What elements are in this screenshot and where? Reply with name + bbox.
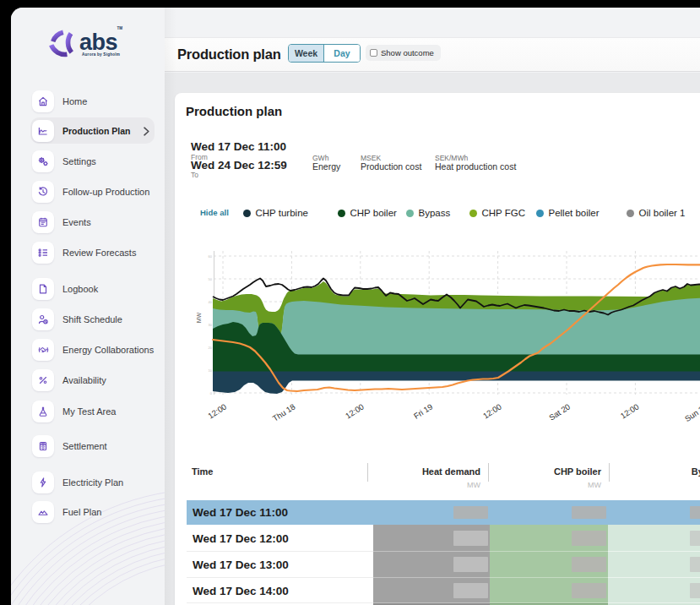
svg-text:Sun 21: Sun 21 <box>683 401 700 423</box>
svg-text:Aurora by Sigholm: Aurora by Sigholm <box>82 52 120 57</box>
svg-text:60: 60 <box>209 254 213 259</box>
svg-text:Sat 20: Sat 20 <box>547 401 572 422</box>
svg-text:50: 50 <box>209 277 213 281</box>
svg-text:10: 10 <box>209 368 213 373</box>
svg-text:Thu 18: Thu 18 <box>271 401 297 422</box>
svg-text:MW: MW <box>196 312 202 323</box>
svg-text:12:00: 12:00 <box>344 401 366 420</box>
svg-text:40: 40 <box>209 300 213 304</box>
svg-text:12:00: 12:00 <box>619 401 641 420</box>
svg-text:30: 30 <box>209 323 213 327</box>
svg-text:TM: TM <box>117 26 123 30</box>
svg-text:20: 20 <box>209 346 213 350</box>
svg-text:12:00: 12:00 <box>481 401 503 420</box>
svg-text:0: 0 <box>210 391 213 395</box>
svg-text:12:00: 12:00 <box>206 401 228 420</box>
svg-text:abs: abs <box>79 30 117 55</box>
svg-text:Fri 19: Fri 19 <box>412 401 434 420</box>
